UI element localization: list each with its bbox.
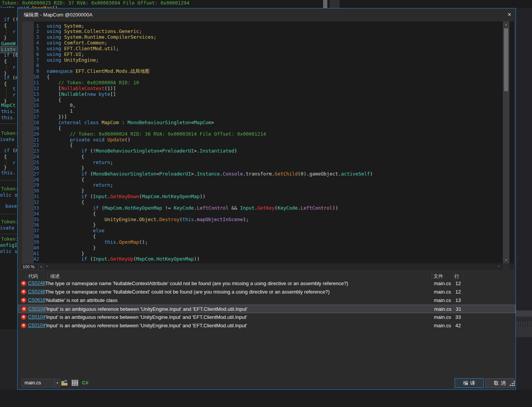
error-line: 12 [455, 289, 461, 295]
column-header-file[interactable]: 文件 [433, 273, 443, 280]
code-line[interactable]: 6using EFT.UI; [22, 51, 514, 57]
code-line[interactable]: 20// Token: 0x06000024 RID: 36 RVA: 0x00… [22, 131, 514, 137]
error-description: 'Input' is an ambiguous reference betwee… [46, 306, 248, 312]
file-selector-dropdown-icon[interactable]: ▾ [54, 379, 60, 387]
column-header-code[interactable]: 代码 [28, 273, 38, 280]
code-line[interactable]: 28{ [22, 177, 514, 182]
line-number: 4 [22, 40, 39, 46]
error-code-link[interactable]: CS0616 [28, 297, 45, 303]
code-line[interactable]: 29return; [22, 182, 514, 188]
background-scrollbar-thumb[interactable] [323, 0, 327, 8]
error-description: 'Input' is an ambiguous reference betwee… [45, 323, 247, 328]
scroll-left-icon[interactable]: ◂ [46, 264, 48, 268]
code-line[interactable]: 2using System.Collections.Generic; [22, 28, 514, 34]
code-line[interactable]: 12[NullableContext(1)] [22, 85, 514, 91]
line-number: 29 [22, 182, 39, 188]
background-member-divider [0, 234, 18, 234]
csharp-file-icon[interactable]: C# [82, 380, 89, 386]
error-row[interactable]: ✕CS0246The type or namespace name 'Nulla… [18, 288, 516, 296]
background-divider [0, 330, 18, 330]
code-line[interactable]: 32{ [22, 199, 514, 205]
code-line[interactable]: 3using System.Runtime.CompilerServices; [22, 34, 514, 40]
error-row[interactable]: ✕CS0104'Input' is an ambiguous reference… [18, 305, 516, 313]
code-line[interactable]: 36} [22, 222, 514, 228]
code-line[interactable]: 18internal class MapCom : MonoBehaviourS… [22, 120, 514, 125]
assembly-references-icon[interactable] [71, 379, 80, 387]
background-code-fragment: r [13, 92, 16, 98]
code-line[interactable]: 13[Nullable(new byte[] [22, 91, 514, 97]
code-line[interactable]: 30} [22, 188, 514, 194]
background-code-fragment: if (n [4, 148, 18, 153]
code-line[interactable]: 19{ [22, 125, 514, 131]
error-row[interactable]: ✕CS0104'Input' is an ambiguous reference… [18, 322, 516, 330]
code-line[interactable]: 11// Token: 0x0200000A RID: 10 [22, 80, 514, 85]
line-number: 33 [22, 205, 39, 211]
compile-button[interactable]: 编译 [455, 378, 484, 388]
error-code-link[interactable]: CS0246 [28, 289, 45, 294]
error-row[interactable]: ✕CS0246The type or namespace name 'Nulla… [18, 279, 516, 288]
code-line[interactable]: 17})] [22, 114, 514, 120]
code-line[interactable]: 8 [22, 62, 514, 68]
add-document-icon[interactable] [61, 379, 69, 387]
code-line[interactable]: 22{ [22, 142, 514, 148]
code-line[interactable]: 24{ [22, 154, 514, 159]
code-line[interactable]: 27if (MonoBehaviourSingleton<PreloaderUI… [22, 171, 514, 177]
code-line[interactable]: 161 [22, 108, 514, 114]
background-code-fragment: olic ov [0, 192, 18, 198]
code-line[interactable]: 33if (MapCom.HotKeyOpenMap != KeyCode.Le… [22, 205, 514, 211]
error-code-link[interactable]: CS0104 [28, 306, 46, 312]
vertical-scrollbar-thumb[interactable] [504, 28, 508, 91]
column-header-description[interactable]: 描述 [50, 273, 60, 280]
code-line[interactable]: 40} [22, 245, 514, 251]
code-line[interactable]: 7using UnityEngine; [22, 57, 514, 63]
code-line[interactable]: 38{ [22, 233, 514, 239]
error-row[interactable]: ✕CS0104'Input' is an ambiguous reference… [18, 313, 516, 322]
line-number: 7 [22, 57, 39, 63]
editor-horizontal-scrollbar[interactable]: 100 % ▾ ◂ ▸ [22, 263, 514, 270]
code-line[interactable]: 35UnityEngine.Object.Destroy(this.mapObj… [22, 217, 514, 222]
scroll-up-icon[interactable]: ▲ [503, 21, 509, 28]
zoom-dropdown-icon[interactable]: ▾ [38, 264, 44, 271]
line-number: 26 [22, 165, 39, 171]
code-line[interactable]: 26} [22, 165, 514, 171]
code-line[interactable]: 37else [22, 228, 514, 233]
error-code-link[interactable]: CS0246 [28, 281, 45, 286]
code-line[interactable]: 41} [22, 251, 514, 256]
code-line[interactable]: 21private void Update() [22, 137, 514, 143]
dialog-titlebar[interactable]: 编辑类 - MapCom @0200000A ✕ [18, 8, 516, 21]
code-line[interactable]: 1using System; [22, 23, 514, 29]
code-line[interactable]: 34{ [22, 211, 514, 217]
column-header-line[interactable]: 行 [455, 273, 460, 280]
background-band [516, 326, 532, 337]
code-line[interactable]: 31if (Input.GetKeyDown(MapCom.HotKeyOpen… [22, 194, 514, 199]
zoom-level-box[interactable]: 100 % [20, 264, 41, 270]
error-row[interactable]: ✕CS0616'Nullable' is not an attribute cl… [18, 296, 516, 305]
code-line[interactable]: 23if (!MonoBehaviourSingleton<PreloaderU… [22, 148, 514, 154]
code-line[interactable]: 10{ [22, 74, 514, 80]
scroll-right-icon[interactable]: ▸ [498, 264, 500, 268]
error-file: main.cs [434, 297, 451, 303]
code-line[interactable]: 4using Comfort.Common; [22, 40, 514, 46]
close-icon[interactable]: ✕ [506, 11, 513, 18]
error-line: 31 [456, 306, 461, 312]
error-code-link[interactable]: CS0104 [28, 323, 45, 328]
scroll-down-icon[interactable]: ▼ [503, 257, 509, 263]
editor-vertical-scrollbar[interactable]: ▲ ▼ [503, 21, 509, 263]
code-line[interactable]: 9namespace EFT.ClientMod.Mods.战局地图 [22, 68, 514, 74]
background-code-left-strip: if (!{r}GameWList<if (0{r}if (n{tr}MapCt… [0, 8, 18, 330]
screen: Token: 0x06000025 RID: 37 RVA: 0x0000309… [0, 0, 532, 407]
background-code-fragment: Token: [1, 236, 18, 242]
resize-grip[interactable] [510, 381, 515, 386]
code-line[interactable]: 39this.OpenMap(); [22, 239, 514, 245]
error-code-link[interactable]: CS0104 [28, 314, 45, 320]
code-line[interactable]: 5using EFT.ClientMod.util; [22, 46, 514, 51]
code-line[interactable]: 25return; [22, 159, 514, 165]
code-line[interactable]: 150, [22, 102, 514, 108]
background-scrollbar-track[interactable] [330, 0, 340, 8]
file-selector[interactable]: main.cs [21, 379, 54, 387]
code-line[interactable]: 42if (Input.GetKeyUp(MapCom.HotKeyOpenMa… [22, 256, 514, 262]
code-editor[interactable]: 1using System;2using System.Collections.… [22, 21, 514, 263]
code-line[interactable]: 14{ [22, 97, 514, 103]
background-code-fragment: } [4, 35, 7, 41]
line-number: 18 [22, 120, 39, 125]
